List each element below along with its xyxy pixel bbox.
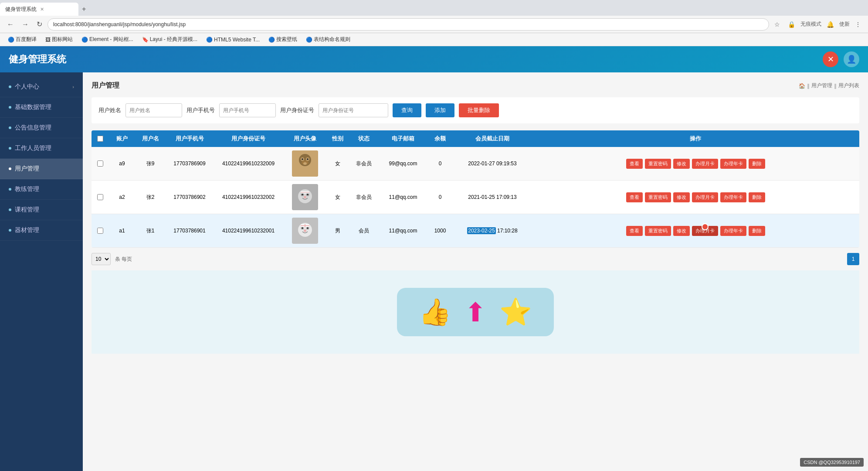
row2-year-btn[interactable]: 办理年卡 [720,192,746,202]
header-phone: 用户手机号 [166,135,214,143]
page-title: 用户管理 [92,81,119,90]
page-number-1[interactable]: 1 [847,253,859,265]
refresh-button[interactable]: ↻ [34,19,45,29]
row1-month-btn[interactable]: 办理月卡 [692,159,718,169]
svg-point-23 [304,229,306,232]
bookmark-label-wallpaper: 搜索壁纸 [276,36,297,43]
bookmark-icon-baidu: 🔵 [8,37,14,43]
row3-account: a1 [109,228,135,234]
search-id-input[interactable] [319,103,388,117]
search-phone-input[interactable] [219,103,276,117]
bookmark-star-icon[interactable]: ☆ [772,20,783,29]
row2-avatar-img [292,184,318,210]
sidebar-label-coach: 教练管理 [15,185,39,193]
sidebar-item-staff[interactable]: 工作人员管理 [0,138,83,159]
menu-icon[interactable]: ⋮ [852,20,864,29]
new-tab-button[interactable]: + [78,3,89,15]
forward-button[interactable]: → [19,20,31,29]
browser-action-label: 使新 [839,20,850,28]
sidebar-item-course[interactable]: 课程管理 [0,200,83,220]
bookmark-icon-site[interactable]: 🖼 图标网站 [42,35,76,44]
bookmark-table-naming[interactable]: 🔵 表结构命名规则 [302,35,354,44]
add-button[interactable]: 添加 [426,103,454,117]
batch-delete-button[interactable]: 批量删除 [459,103,499,117]
browser-tab[interactable]: 健身管理系统 ✕ [0,3,78,16]
sidebar-item-coach[interactable]: 教练管理 [0,179,83,200]
header-icons: ✕ 👤 [823,51,859,67]
bookmark-baidu[interactable]: 🔵 百度翻译 [4,35,40,44]
tab-close-icon[interactable]: ✕ [40,7,44,12]
sidebar-item-user[interactable]: 用户管理 [0,159,83,179]
sidebar-dot-announcement [9,126,11,129]
search-name-input[interactable] [125,103,182,117]
bookmark-icon-element: 🔵 [81,37,88,43]
sidebar-item-personal[interactable]: 个人中心 › [0,77,83,97]
incognito-icon[interactable]: 🔒 [785,20,798,29]
row1-edit-btn[interactable]: 修改 [673,159,690,169]
svg-point-4 [302,158,303,160]
row2-reset-btn[interactable]: 重置密码 [645,192,671,202]
svg-point-12 [302,194,303,195]
page-size-select[interactable]: 10 20 50 [92,253,111,265]
row1-expiry: 2022-01-27 09:19:53 [453,160,532,167]
row2-email: 11@qq.com [379,194,427,200]
sidebar-item-equipment[interactable]: 器材管理 [0,220,83,241]
back-button[interactable]: ← [4,20,17,29]
svg-point-7 [303,162,307,165]
sidebar-dot-staff [9,147,11,150]
row1-name: 张9 [135,160,166,167]
row1-check[interactable] [97,160,103,167]
row3-check[interactable] [97,228,103,234]
update-icon[interactable]: 🔔 [824,20,837,29]
address-bar[interactable] [47,18,769,31]
row2-delete-btn[interactable]: 删除 [749,192,765,202]
row1-balance: 0 [427,160,453,167]
search-id-label: 用户身份证号 [280,106,314,114]
sidebar-item-basic-data[interactable]: 基础数据管理 [0,97,83,118]
select-all-checkbox[interactable] [97,136,103,142]
row2-month-btn[interactable]: 办理月卡 [692,192,718,202]
header-status: 状态 [349,135,379,143]
row3-delete-btn[interactable]: 删除 [749,226,765,236]
bookmark-wallpaper[interactable]: 🔵 搜索壁纸 [265,35,301,44]
row3-reset-btn[interactable]: 重置密码 [645,226,671,236]
sidebar-label-announcement: 公告信息管理 [15,124,51,132]
sidebar-label-staff: 工作人员管理 [15,144,51,152]
row2-view-btn[interactable]: 查看 [626,192,643,202]
header-close-button[interactable]: ✕ [823,51,838,67]
row3-name: 张1 [135,227,166,235]
row3-edit-btn[interactable]: 修改 [673,226,690,236]
search-bar: 用户姓名 用户手机号 用户身份证号 查询 添加 批量删除 [92,97,859,123]
query-button[interactable]: 查询 [393,103,421,117]
row1-delete-btn[interactable]: 删除 [749,159,765,169]
row3-phone: 17703786901 [166,228,214,234]
breadcrumb-user-mgmt: 用户管理 [811,82,832,89]
row3-avatar-img [292,218,318,244]
row1-reset-btn[interactable]: 重置密码 [645,159,671,169]
star-icon: ⭐ [499,297,532,328]
bookmark-label-table: 表结构命名规则 [314,36,350,43]
row1-status: 非会员 [349,160,379,167]
row2-check[interactable] [97,194,103,200]
row3-year-btn[interactable]: 办理年卡 [720,226,746,236]
sidebar-dot-equipment [9,229,11,232]
row3-view-btn[interactable]: 查看 [626,226,643,236]
bookmark-html5[interactable]: 🔵 HTML5 Website T... [203,36,263,44]
sidebar-item-announcement[interactable]: 公告信息管理 [0,118,83,138]
sidebar-label-user: 用户管理 [15,165,39,173]
bookmark-element[interactable]: 🔵 Element - 网站框... [78,35,137,44]
row1-year-btn[interactable]: 办理年卡 [720,159,746,169]
row2-edit-btn[interactable]: 修改 [673,192,690,202]
row1-checkbox [92,160,109,167]
row3-month-btn[interactable]: 办理月卡 [692,226,718,236]
bookmark-layui[interactable]: 🔖 Layui - 经典开源模... [139,35,201,44]
sidebar-arrow-personal: › [72,84,74,89]
breadcrumb-sep1: ‖ [807,83,810,89]
header-user-button[interactable]: 👤 [844,51,859,67]
csdn-badge: CSDN @QQ32953910197 [800,458,864,467]
row2-avatar [283,184,327,210]
row3-gender: 男 [327,227,349,235]
row1-view-btn[interactable]: 查看 [626,159,643,169]
tab-title: 健身管理系统 [5,6,37,13]
row2-expiry: 2021-01-25 17:09:13 [453,194,532,200]
